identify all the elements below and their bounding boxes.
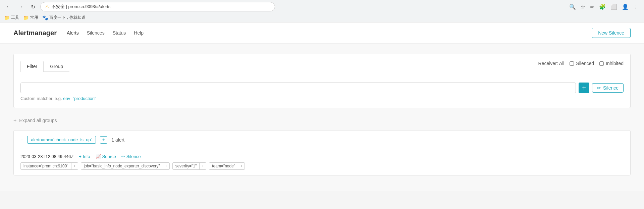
nav-silences[interactable]: Silences <box>87 30 105 36</box>
alert-tag-team: team="node" + <box>209 162 245 170</box>
inhibited-checkbox-label[interactable]: Inhibited <box>599 61 624 66</box>
tag-instance-add[interactable]: + <box>71 163 78 169</box>
receiver-label: Receiver: All <box>538 61 565 66</box>
profile-icon[interactable]: 👤 <box>621 2 630 11</box>
expand-icon: + <box>13 117 16 123</box>
custom-matcher-hint: Custom matcher, e.g. env="production" <box>20 96 624 101</box>
app-title: Alertmanager <box>13 29 57 37</box>
silence-link[interactable]: ✏ Silence <box>121 154 141 159</box>
filter-panel: Filter Group Receiver: All Silenced Inhi… <box>13 54 631 108</box>
filter-input[interactable] <box>20 83 576 93</box>
silenced-checkbox[interactable] <box>570 61 574 66</box>
alert-tag-instance: instance="prom.cn:9100" + <box>20 162 78 170</box>
tab-filter[interactable]: Filter <box>20 61 44 72</box>
baidu-icon: 🐾 <box>42 15 48 20</box>
info-icon: + <box>79 154 82 159</box>
tag-team-text: team="node" <box>209 163 238 169</box>
silenced-checkbox-label[interactable]: Silenced <box>570 61 594 66</box>
filter-controls-right: Receiver: All Silenced Inhibited <box>538 61 624 66</box>
main-nav: Alerts Silences Status Help <box>67 30 144 36</box>
bookmarks-bar: 📁 工具 📁 常用 🐾 百度一下，你就知道 <box>0 13 644 22</box>
address-bar[interactable]: ⚠ 不安全 | prom.cn:9093/#/alerts <box>40 2 275 11</box>
tag-team-add[interactable]: + <box>238 163 245 169</box>
tag-severity-text: severity="1" <box>173 163 200 169</box>
tag-severity-add[interactable]: + <box>199 163 206 169</box>
header-right: New Silence <box>592 28 631 38</box>
filter-tabs: Filter Group <box>20 61 69 72</box>
security-warning-icon: ⚠ <box>45 4 49 9</box>
search-icon[interactable]: 🔍 <box>568 2 577 11</box>
cast-icon[interactable]: ✏ <box>589 2 596 11</box>
window-icon[interactable]: ⬜ <box>609 2 619 11</box>
custom-matcher-example[interactable]: env="production" <box>63 96 96 101</box>
extensions-icon[interactable]: 🧩 <box>598 2 607 11</box>
refresh-button[interactable]: ↻ <box>28 2 38 11</box>
bookmark-icon[interactable]: ☆ <box>579 2 587 11</box>
nav-status[interactable]: Status <box>113 30 126 36</box>
app-header: Alertmanager Alerts Silences Status Help… <box>0 22 644 44</box>
source-icon: 📈 <box>96 154 101 159</box>
collapse-button[interactable]: − <box>20 137 23 143</box>
alert-group: − alertname="check_node_is_up" + 1 alert… <box>13 130 631 175</box>
folder-icon: 📁 <box>4 15 10 20</box>
main-content: Filter Group Receiver: All Silenced Inhi… <box>0 44 644 191</box>
alert-row: 2023-03-23T12:08:49.446Z + Info 📈 Source… <box>20 149 624 170</box>
back-button[interactable]: ← <box>4 2 13 11</box>
browser-toolbar: ← → ↻ ⚠ 不安全 | prom.cn:9093/#/alerts 🔍 ☆ … <box>0 0 644 13</box>
bookmark-baidu[interactable]: 🐾 百度一下，你就知道 <box>42 15 86 20</box>
tag-job-text: job="basic_info_node_exporter_discovery" <box>81 163 163 169</box>
info-link[interactable]: + Info <box>79 154 90 159</box>
alert-tag-job: job="basic_info_node_exporter_discovery"… <box>81 162 170 170</box>
silence-icon: ✏ <box>121 154 125 159</box>
source-link[interactable]: 📈 Source <box>96 154 116 159</box>
tab-group[interactable]: Group <box>44 61 69 72</box>
inhibited-checkbox[interactable] <box>599 61 604 66</box>
alert-group-header: − alertname="check_node_is_up" + 1 alert <box>20 136 624 144</box>
silence-filter-button[interactable]: ✏ Silence <box>592 83 624 93</box>
silence-filter-icon: ✏ <box>597 85 601 91</box>
forward-button[interactable]: → <box>16 2 25 11</box>
nav-help[interactable]: Help <box>134 30 144 36</box>
url-text: 不安全 | prom.cn:9093/#/alerts <box>52 4 110 10</box>
new-silence-button[interactable]: New Silence <box>592 28 631 38</box>
nav-alerts[interactable]: Alerts <box>67 30 79 36</box>
alert-count: 1 alert <box>111 137 124 143</box>
filter-input-row: + ✏ Silence <box>20 83 624 93</box>
browser-actions: 🔍 ☆ ✏ 🧩 ⬜ 👤 ⋮ <box>568 2 640 11</box>
alert-timestamp-row: 2023-03-23T12:08:49.446Z + Info 📈 Source… <box>20 154 624 159</box>
browser-chrome: ← → ↻ ⚠ 不安全 | prom.cn:9093/#/alerts 🔍 ☆ … <box>0 0 644 22</box>
alert-tag-severity: severity="1" + <box>172 162 207 170</box>
app-container: Alertmanager Alerts Silences Status Help… <box>0 22 644 191</box>
add-filter-button[interactable]: + <box>579 83 589 93</box>
alert-name-tag: alertname="check_node_is_up" <box>27 136 96 144</box>
bookmark-tools[interactable]: 📁 工具 <box>4 15 19 20</box>
alert-timestamp: 2023-03-23T12:08:49.446Z <box>20 154 73 159</box>
menu-icon[interactable]: ⋮ <box>632 2 640 11</box>
folder-icon-2: 📁 <box>23 15 29 20</box>
tag-instance-text: instance="prom.cn:9100" <box>21 163 71 169</box>
alert-add-button[interactable]: + <box>100 136 107 144</box>
alert-tags-row: instance="prom.cn:9100" + job="basic_inf… <box>20 162 624 170</box>
bookmark-common[interactable]: 📁 常用 <box>23 15 38 20</box>
expand-groups-row[interactable]: + Expand all groups <box>13 115 631 126</box>
tag-job-add[interactable]: + <box>163 163 169 169</box>
